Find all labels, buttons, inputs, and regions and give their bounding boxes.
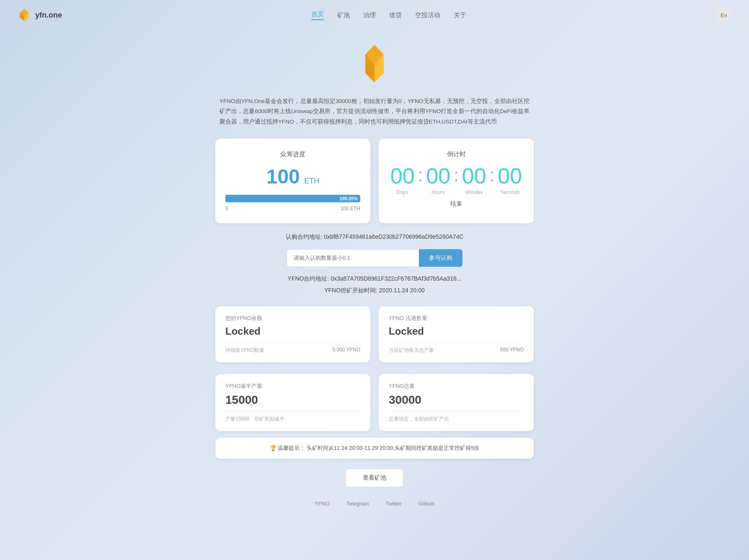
progress-bar-fill: 100.20%: [225, 195, 360, 202]
footer-links: YFNO Telegram Twitter Github: [215, 501, 534, 507]
nav-link-airdrop[interactable]: 空投活动: [415, 11, 440, 19]
progress-range: 0 100 ETH: [225, 206, 360, 212]
countdown-days: 00: [390, 165, 415, 187]
language-button[interactable]: En: [715, 7, 732, 23]
warning-icon: 🏆: [270, 445, 276, 451]
yfno-balance-card: 您的YFNO余额 Locked 待领取YFNO数量 0.000 YFNO: [215, 306, 370, 362]
nav-link-about[interactable]: 关于: [454, 11, 466, 19]
crowdfund-unit: ETH: [304, 177, 319, 185]
yfno-daily-detail: 当前矿池每天总产量 500 YFNO: [389, 342, 524, 354]
info-cards-row-1: 您的YFNO余额 Locked 待领取YFNO数量 0.000 YFNO YFN…: [215, 306, 534, 362]
warning-label: 温馨提示：: [278, 445, 305, 451]
countdown-container: 00 Days : 00 Hours : 00 Minutes : 00 Sec…: [389, 165, 524, 195]
crowdfund-title: 众筹进度: [225, 150, 360, 158]
nav-links: 首页 矿池 治理 借贷 空投活动 关于: [311, 10, 466, 20]
progress-min: 0: [225, 206, 228, 212]
yfno-balance-value: Locked: [225, 325, 360, 337]
countdown-title: 倒计时: [389, 150, 524, 158]
yfno-daily-value: 500 YFNO: [500, 347, 524, 354]
navbar: yfn.one 首页 矿池 治理 借贷 空投活动 关于 En: [0, 0, 749, 30]
nav-logo: yfn.one: [17, 8, 62, 23]
subscribe-button[interactable]: 参与认购: [419, 249, 462, 267]
countdown-card: 倒计时 00 Days : 00 Hours : 00 Minutes :: [379, 139, 534, 223]
mine-start-label: YFNO挖矿开始时间:: [324, 287, 377, 294]
countdown-days-label: Days: [397, 189, 408, 195]
yfno-halving-desc: 产量15000，挖矿奖励减半: [225, 411, 360, 423]
logo-icon: [17, 8, 32, 23]
yfno-total-card: YFNO总量 30000 总量恒定，全部由挖矿产出: [379, 374, 534, 431]
countdown-end-label: 结束: [389, 200, 524, 208]
subscribe-contract-label: 认购合约地址:: [286, 233, 323, 240]
yfno-circulation-value: Locked: [389, 325, 524, 337]
crowdfund-amount: 100: [266, 165, 300, 188]
footer-link-twitter[interactable]: Twitter: [385, 501, 401, 507]
subscribe-contract-address: 认购合约地址: 0xbfB77F459461a6eD230b27706996aD…: [215, 233, 534, 241]
yfno-circulation-card: YFNO 流通数量 Locked 当前矿池每天总产量 500 YFNO: [379, 306, 534, 362]
yfno-halving-value: 15000: [225, 393, 360, 407]
nav-link-home[interactable]: 首页: [311, 10, 324, 20]
countdown-sep2: :: [454, 165, 459, 184]
countdown-sep3: :: [490, 165, 495, 184]
yfno-halving-title: YFNO减半产量: [225, 382, 360, 390]
yfno-halving-card: YFNO减半产量 15000 产量15000，挖矿奖励减半: [215, 374, 370, 431]
crowdfund-card: 众筹进度 100 ETH 100.20% 0 100 ETH: [215, 139, 370, 223]
yfno-total-title: YFNO总量: [389, 382, 524, 390]
footer-link-github[interactable]: Github: [418, 501, 434, 507]
subscribe-input[interactable]: [287, 249, 419, 267]
yfno-balance-title: 您的YFNO余额: [225, 315, 360, 322]
countdown-days-unit: 00 Days: [390, 165, 415, 195]
yfno-pending-value: 0.000 YFNO: [333, 347, 360, 354]
mine-start-value: 2020.11.24 20:00: [379, 287, 425, 294]
countdown-seconds-unit: 00 Seconds: [498, 165, 522, 195]
yfno-contract-value: 0x3a87A705D8961F322cF6767BAf3d7b5Aa316..…: [331, 275, 461, 282]
nav-link-lending[interactable]: 借贷: [389, 11, 402, 19]
yfno-total-desc: 总量恒定，全部由挖矿产出: [389, 411, 524, 423]
yfno-daily-label: 当前矿池每天总产量: [389, 347, 434, 354]
countdown-seconds: 00: [498, 165, 522, 187]
yfno-pending-label: 待领取YFNO数量: [225, 347, 264, 354]
countdown-minutes-label: Minutes: [465, 189, 483, 195]
countdown-minutes: 00: [462, 165, 486, 187]
countdown-seconds-label: Seconds: [500, 189, 520, 195]
main-cards-row: 众筹进度 100 ETH 100.20% 0 100 ETH 倒计时 00 Da: [215, 139, 534, 223]
nav-link-governance[interactable]: 治理: [363, 11, 376, 19]
countdown-minutes-unit: 00 Minutes: [462, 165, 486, 195]
subscribe-form: 参与认购: [287, 249, 462, 267]
yfno-contract-label: YFNO合约地址:: [288, 275, 329, 282]
subscribe-contract-value: 0xbfB77F459461a6eD230b27706996aD9e5260A7…: [324, 233, 463, 240]
warning-text: 头矿时间从11.24 20:00-11.29 20:00,头矿期间挖矿奖励是正常…: [307, 445, 480, 451]
progress-bar-container: 100.20%: [225, 195, 360, 202]
yfno-contract-address: YFNO合约地址: 0x3a87A705D8961F322cF6767BAf3d…: [215, 275, 534, 283]
info-cards-row-2: YFNO减半产量 15000 产量15000，挖矿奖励减半 YFNO总量 300…: [215, 374, 534, 431]
footer-link-yfno[interactable]: YFNO: [315, 501, 330, 507]
yfno-total-value: 30000: [389, 393, 524, 407]
view-mines-button[interactable]: 查看矿池: [346, 469, 403, 487]
countdown-sep1: :: [418, 165, 423, 184]
yfno-balance-detail: 待领取YFNO数量 0.000 YFNO: [225, 342, 360, 354]
countdown-hours-unit: 00 Hours: [426, 165, 450, 195]
countdown-hours: 00: [426, 165, 450, 187]
warning-box: 🏆 温馨提示： 头矿时间从11.24 20:00-11.29 20:00,头矿期…: [215, 438, 534, 459]
main-content: YFNO由YFN.One基金会发行，总量最高恒定30000枚，初始发行量为0，Y…: [207, 30, 542, 532]
yfno-circulation-title: YFNO 流通数量: [389, 315, 524, 322]
countdown-hours-label: Hours: [431, 189, 445, 195]
logo-text: yfn.one: [35, 11, 62, 20]
mine-start-info: YFNO挖矿开始时间: 2020.11.24 20:00: [215, 287, 534, 294]
hero-logo: [215, 43, 534, 86]
nav-link-pool[interactable]: 矿池: [337, 11, 350, 19]
crowdfund-amount-row: 100 ETH: [225, 165, 360, 188]
footer-link-telegram[interactable]: Telegram: [346, 501, 369, 507]
description-text: YFNO由YFN.One基金会发行，总量最高恒定30000枚，初始发行量为0，Y…: [215, 96, 534, 127]
progress-label: 100.20%: [340, 196, 358, 201]
progress-max: 100 ETH: [341, 206, 360, 212]
